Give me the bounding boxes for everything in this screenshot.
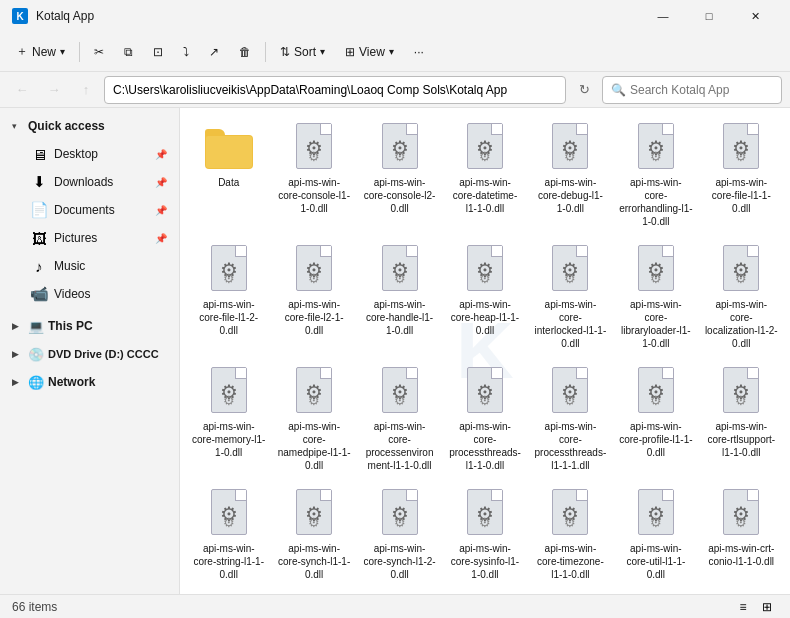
sidebar-item-desktop[interactable]: 🖥 Desktop 📌 bbox=[4, 140, 175, 168]
quick-access-header[interactable]: ▾ Quick access bbox=[4, 112, 175, 140]
file-item-f13[interactable]: ⚙ ⚙ api-ms-win-core-localization-l1-2-0.… bbox=[701, 238, 782, 356]
file-name-f27: api-ms-win-crt-conio-l1-1-0.dll bbox=[705, 542, 778, 568]
file-item-f3[interactable]: ⚙ ⚙ api-ms-win-core-datetime-l1-1-0.dll bbox=[444, 116, 525, 234]
file-item-f10[interactable]: ⚙ ⚙ api-ms-win-core-heap-l1-1-0.dll bbox=[444, 238, 525, 356]
file-name-f10: api-ms-win-core-heap-l1-1-0.dll bbox=[448, 298, 521, 337]
file-name-f7: api-ms-win-core-file-l1-2-0.dll bbox=[192, 298, 265, 337]
file-item-f25[interactable]: ⚙ ⚙ api-ms-win-core-timezone-l1-1-0.dll bbox=[530, 482, 611, 587]
list-view-icon: ≡ bbox=[739, 600, 746, 614]
file-item-f17[interactable]: ⚙ ⚙ api-ms-win-core-processthreads-l1-1-… bbox=[444, 360, 525, 478]
file-item-f26[interactable]: ⚙ ⚙ api-ms-win-core-util-l1-1-0.dll bbox=[615, 482, 696, 587]
delete-icon: 🗑 bbox=[239, 45, 251, 59]
file-item-f14[interactable]: ⚙ ⚙ api-ms-win-core-memory-l1-1-0.dll bbox=[188, 360, 269, 478]
maximize-button[interactable]: □ bbox=[686, 0, 732, 32]
share-button[interactable]: ↗ bbox=[201, 36, 227, 68]
network-header[interactable]: ▶ 🌐 Network bbox=[4, 368, 175, 396]
file-item-f4[interactable]: ⚙ ⚙ api-ms-win-core-debug-l1-1-0.dll bbox=[530, 116, 611, 234]
file-name-f21: api-ms-win-core-string-l1-1-0.dll bbox=[192, 542, 265, 581]
address-input[interactable] bbox=[104, 76, 566, 104]
refresh-button[interactable]: ↻ bbox=[570, 76, 598, 104]
file-item-f1[interactable]: ⚙ ⚙ api-ms-win-core-console-l1-1-0.dll bbox=[273, 116, 354, 234]
file-item-f12[interactable]: ⚙ ⚙ api-ms-win-core-libraryloader-l1-1-0… bbox=[615, 238, 696, 356]
window-controls: — □ ✕ bbox=[640, 0, 778, 32]
file-item-f2[interactable]: ⚙ ⚙ api-ms-win-core-console-l2-0.dll bbox=[359, 116, 440, 234]
file-item-f5[interactable]: ⚙ ⚙ api-ms-win-core-errorhandling-l1-1-0… bbox=[615, 116, 696, 234]
rename-icon: ⤵ bbox=[183, 45, 189, 59]
file-item-f6[interactable]: ⚙ ⚙ api-ms-win-core-file-l1-1-0.dll bbox=[701, 116, 782, 234]
list-view-button[interactable]: ≡ bbox=[732, 597, 754, 617]
this-pc-header[interactable]: ▶ 💻 This PC bbox=[4, 312, 175, 340]
dvd-drive-header[interactable]: ▶ 💿 DVD Drive (D:) CCCC bbox=[4, 340, 175, 368]
file-item-data-folder[interactable]: Data bbox=[188, 116, 269, 234]
file-item-f19[interactable]: ⚙ ⚙ api-ms-win-core-profile-l1-1-0.dll bbox=[615, 360, 696, 478]
copy-icon: ⧉ bbox=[124, 45, 133, 59]
dll-icon-f9: ⚙ ⚙ bbox=[376, 244, 424, 296]
file-item-f20[interactable]: ⚙ ⚙ api-ms-win-core-rtlsupport-l1-1-0.dl… bbox=[701, 360, 782, 478]
dll-icon-f23: ⚙ ⚙ bbox=[376, 488, 424, 540]
copy-button[interactable]: ⧉ bbox=[116, 36, 141, 68]
file-item-f18[interactable]: ⚙ ⚙ api-ms-win-core-processthreads-l1-1-… bbox=[530, 360, 611, 478]
pictures-pin-icon: 📌 bbox=[155, 233, 167, 244]
rename-button[interactable]: ⤵ bbox=[175, 36, 197, 68]
sidebar-item-documents[interactable]: 📄 Documents 📌 bbox=[4, 196, 175, 224]
delete-button[interactable]: 🗑 bbox=[231, 36, 259, 68]
folder-icon-data-folder bbox=[205, 122, 253, 174]
sort-button[interactable]: ⇅ Sort ▾ bbox=[272, 36, 333, 68]
sidebar-item-pictures[interactable]: 🖼 Pictures 📌 bbox=[4, 224, 175, 252]
up-icon: ↑ bbox=[83, 82, 90, 97]
close-button[interactable]: ✕ bbox=[732, 0, 778, 32]
search-box: 🔍 bbox=[602, 76, 782, 104]
file-name-f1: api-ms-win-core-console-l1-1-0.dll bbox=[277, 176, 350, 215]
dll-icon-f22: ⚙ ⚙ bbox=[290, 488, 338, 540]
file-name-f2: api-ms-win-core-console-l2-0.dll bbox=[363, 176, 436, 215]
file-item-f15[interactable]: ⚙ ⚙ api-ms-win-core-namedpipe-l1-1-0.dll bbox=[273, 360, 354, 478]
main-area: ▾ Quick access 🖥 Desktop 📌 ⬇ Downloads 📌… bbox=[0, 108, 790, 594]
dll-icon-f16: ⚙ ⚙ bbox=[376, 366, 424, 418]
file-item-f23[interactable]: ⚙ ⚙ api-ms-win-core-synch-l1-2-0.dll bbox=[359, 482, 440, 587]
documents-icon: 📄 bbox=[30, 201, 48, 219]
sidebar-item-downloads[interactable]: ⬇ Downloads 📌 bbox=[4, 168, 175, 196]
dll-icon-f4: ⚙ ⚙ bbox=[546, 122, 594, 174]
view-button[interactable]: ⊞ View ▾ bbox=[337, 36, 402, 68]
file-name-f13: api-ms-win-core-localization-l1-2-0.dll bbox=[705, 298, 778, 350]
file-name-f12: api-ms-win-core-libraryloader-l1-1-0.dll bbox=[619, 298, 692, 350]
grid-view-button[interactable]: ⊞ bbox=[756, 597, 778, 617]
file-item-f22[interactable]: ⚙ ⚙ api-ms-win-core-synch-l1-1-0.dll bbox=[273, 482, 354, 587]
up-button[interactable]: ↑ bbox=[72, 76, 100, 104]
dll-icon-f7: ⚙ ⚙ bbox=[205, 244, 253, 296]
file-item-f24[interactable]: ⚙ ⚙ api-ms-win-core-sysinfo-l1-1-0.dll bbox=[444, 482, 525, 587]
grid-view-icon: ⊞ bbox=[762, 600, 772, 614]
dll-icon-f19: ⚙ ⚙ bbox=[632, 366, 680, 418]
dvd-drive-arrow: ▶ bbox=[12, 349, 24, 359]
back-button[interactable]: ← bbox=[8, 76, 36, 104]
file-name-f6: api-ms-win-core-file-l1-1-0.dll bbox=[705, 176, 778, 215]
forward-button[interactable]: → bbox=[40, 76, 68, 104]
network-icon: 🌐 bbox=[28, 375, 44, 390]
file-item-f11[interactable]: ⚙ ⚙ api-ms-win-core-interlocked-l1-1-0.d… bbox=[530, 238, 611, 356]
file-item-f16[interactable]: ⚙ ⚙ api-ms-win-core-processenvironment-l… bbox=[359, 360, 440, 478]
new-button[interactable]: ＋ New ▾ bbox=[8, 36, 73, 68]
this-pc-icon: 💻 bbox=[28, 319, 44, 334]
forward-icon: → bbox=[48, 82, 61, 97]
back-icon: ← bbox=[16, 82, 29, 97]
paste-button[interactable]: ⊡ bbox=[145, 36, 171, 68]
sidebar-item-music[interactable]: ♪ Music bbox=[4, 252, 175, 280]
file-name-f8: api-ms-win-core-file-l2-1-0.dll bbox=[277, 298, 350, 337]
file-item-f9[interactable]: ⚙ ⚙ api-ms-win-core-handle-l1-1-0.dll bbox=[359, 238, 440, 356]
file-name-f17: api-ms-win-core-processthreads-l1-1-0.dl… bbox=[448, 420, 521, 472]
minimize-button[interactable]: — bbox=[640, 0, 686, 32]
file-item-f27[interactable]: ⚙ ⚙ api-ms-win-crt-conio-l1-1-0.dll bbox=[701, 482, 782, 587]
dll-icon-f27: ⚙ ⚙ bbox=[717, 488, 765, 540]
new-plus-icon: ＋ bbox=[16, 43, 28, 60]
file-item-f7[interactable]: ⚙ ⚙ api-ms-win-core-file-l1-2-0.dll bbox=[188, 238, 269, 356]
pictures-icon: 🖼 bbox=[30, 230, 48, 247]
file-item-f8[interactable]: ⚙ ⚙ api-ms-win-core-file-l2-1-0.dll bbox=[273, 238, 354, 356]
cut-button[interactable]: ✂ bbox=[86, 36, 112, 68]
more-button[interactable]: ··· bbox=[406, 36, 432, 68]
file-item-f21[interactable]: ⚙ ⚙ api-ms-win-core-string-l1-1-0.dll bbox=[188, 482, 269, 587]
dll-icon-f13: ⚙ ⚙ bbox=[717, 244, 765, 296]
search-input[interactable] bbox=[630, 83, 773, 97]
videos-icon: 📹 bbox=[30, 285, 48, 303]
sidebar-item-videos[interactable]: 📹 Videos bbox=[4, 280, 175, 308]
toolbar-separator-2 bbox=[265, 42, 266, 62]
